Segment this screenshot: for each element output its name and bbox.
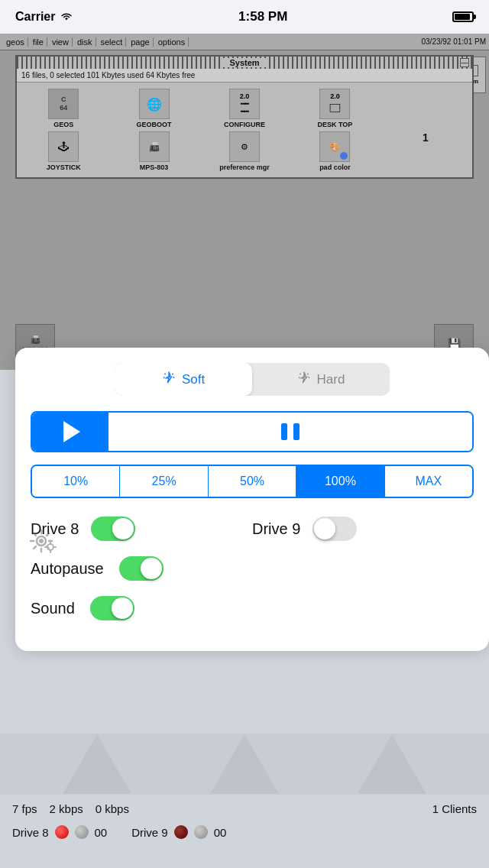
tab-soft[interactable]: Soft [115, 363, 252, 396]
battery-icon [452, 11, 474, 22]
triangle-2 [210, 734, 279, 794]
tab-soft-icon [162, 371, 176, 388]
clients-stat: 1 Clients [432, 802, 477, 815]
drive8-val: 00 [95, 826, 108, 839]
speed-50[interactable]: 50% [209, 466, 296, 497]
drive9-label: Drive 9 [252, 520, 300, 538]
desktop-label: DESK TOP [317, 121, 352, 128]
geos-info-text: 16 files, 0 selected 101 Kbytes used 64 … [21, 71, 195, 79]
control-panel: Soft Hard 10% [15, 348, 489, 651]
drive8-ind-label: Drive 8 [12, 826, 49, 839]
geos-icon-mps803[interactable]: 📠 MPS-803 [110, 131, 197, 171]
geos-dialog: System — 16 files, 0 selected 101 Kbytes… [15, 55, 474, 179]
speed-100[interactable]: 100% [296, 466, 384, 497]
autopause-knob [141, 558, 162, 579]
menu-disk[interactable]: disk [74, 37, 96, 47]
sound-knob [112, 598, 133, 619]
tab-hard[interactable]: Hard [252, 363, 390, 396]
play-button[interactable] [32, 413, 108, 451]
menu-geos[interactable]: geos [3, 37, 28, 47]
geos-icon-empty1 [382, 89, 469, 128]
playback-row [31, 411, 474, 452]
drive8-toggle[interactable] [91, 517, 135, 541]
drive8-group: Drive 8 [31, 517, 252, 541]
drive8-led-gray [75, 825, 89, 839]
toggle-section: Drive 8 Drive 9 Autopause Sound [31, 517, 474, 620]
speed-max[interactable]: MAX [385, 466, 472, 497]
geos-icons-grid: C64 GEOS 🌐 GEOBOOT 2.0━━━━ CONFIGURE [17, 83, 472, 177]
geos-icon-configure[interactable]: 2.0━━━━ CONFIGURE [201, 89, 288, 128]
geos-icon-1: 1 [382, 131, 469, 171]
time-display: 1:58 PM [238, 9, 287, 24]
pause-button[interactable] [108, 413, 472, 451]
geos-icon-geoboot[interactable]: 🌐 GEOBOOT [110, 89, 197, 128]
svg-point-1 [39, 539, 44, 543]
geos-icon-joystick[interactable]: 🕹 JOYSTICK [20, 131, 107, 171]
drive9-led-gray [194, 825, 208, 839]
drive8-knob [112, 518, 134, 539]
menu-select[interactable]: select [98, 37, 127, 47]
sound-toggle[interactable] [90, 596, 134, 620]
geos-window-title: System [223, 58, 265, 67]
drive9-val: 00 [214, 826, 227, 839]
drive8-led-red [55, 825, 69, 839]
geos-datetime: 03/23/92 01:01 PM [421, 37, 486, 46]
geos-icon-prefmgr[interactable]: ⚙ preference mgr [201, 131, 288, 171]
stats-bar: 7 fps 2 kbps 0 kbps 1 Clients [0, 795, 489, 823]
fps-stat: 7 fps [12, 802, 37, 815]
emulator-screen[interactable]: geos file view disk select page options … [0, 34, 489, 370]
gear-container [24, 524, 58, 561]
geos-close-button[interactable]: — [460, 58, 469, 67]
geos-window[interactable]: geos file view disk select page options … [0, 34, 489, 370]
tab-hard-label: Hard [317, 372, 345, 387]
sound-row: Sound [31, 596, 474, 620]
drive9-toggle[interactable] [313, 517, 357, 541]
carrier-text: Carrier [15, 10, 55, 24]
drive-indicator-row: Drive 8 00 Drive 9 00 [0, 822, 489, 848]
pause-bar-left [281, 423, 287, 440]
drive9-ind-label: Drive 9 [131, 826, 168, 839]
tabs-row: Soft Hard [115, 363, 390, 396]
geos-info-bar: 16 files, 0 selected 101 Kbytes used 64 … [17, 69, 472, 83]
menu-view[interactable]: view [49, 37, 73, 47]
status-bar: Carrier 1:58 PM [0, 0, 489, 34]
carrier-label: Carrier [15, 10, 73, 24]
geos-icon-padcolor[interactable]: 🎨 pad color [291, 131, 378, 171]
triangles-bg [0, 734, 489, 795]
drives-row: Drive 8 Drive 9 [31, 517, 474, 541]
wifi-icon [60, 12, 73, 22]
kbps-up-stat: 0 kbps [96, 802, 129, 815]
geos-menubar: geos file view disk select page options … [0, 34, 489, 50]
sound-label: Sound [31, 600, 75, 617]
menu-page[interactable]: page [128, 37, 153, 47]
speed-row: 10% 25% 50% 100% MAX [31, 465, 474, 498]
tab-hard-icon [297, 371, 311, 388]
tab-soft-label: Soft [182, 372, 205, 387]
autopause-toggle[interactable] [119, 556, 164, 581]
menu-options[interactable]: options [155, 37, 189, 47]
autopause-label: Autopause [31, 560, 104, 578]
drive9-led-red [174, 825, 188, 839]
triangle-3 [358, 734, 426, 794]
drive9-knob [314, 518, 335, 539]
triangle-1 [63, 734, 131, 794]
menu-file[interactable]: file [30, 37, 47, 47]
speed-10[interactable]: 10% [32, 466, 120, 497]
geos-icon-desktop[interactable]: 2.0┌─┐└─┘ DESK TOP [291, 89, 378, 128]
autopause-row: Autopause [31, 556, 474, 581]
speed-25[interactable]: 25% [120, 466, 208, 497]
kbps-down-stat: 2 kbps [50, 802, 83, 815]
play-triangle-icon [63, 421, 80, 442]
drive9-group: Drive 9 [252, 517, 474, 541]
pause-bar-right [293, 423, 300, 440]
gear-icon [24, 524, 58, 558]
geos-title-bar: System — [17, 57, 472, 69]
geos-icon-geos[interactable]: C64 GEOS [20, 89, 107, 128]
